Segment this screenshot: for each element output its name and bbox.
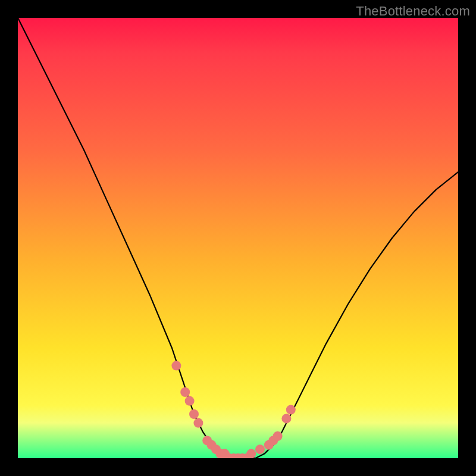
highlight-dot <box>286 405 296 415</box>
highlight-dot <box>273 431 283 441</box>
watermark-text: TheBottleneck.com <box>356 4 470 19</box>
highlight-dot <box>171 361 181 371</box>
chart-frame: TheBottleneck.com <box>0 0 476 476</box>
chart-plot-area <box>18 18 458 458</box>
highlight-dots-group <box>171 361 295 458</box>
highlight-dot <box>193 418 203 428</box>
highlight-dot <box>185 396 195 406</box>
highlight-dot <box>180 387 190 397</box>
highlight-dot <box>281 414 291 423</box>
highlight-dot <box>189 409 199 419</box>
bottleneck-curve-svg <box>18 18 458 458</box>
highlight-dot <box>246 449 256 458</box>
highlight-dot <box>255 444 265 454</box>
bottleneck-curve-line <box>18 18 458 458</box>
